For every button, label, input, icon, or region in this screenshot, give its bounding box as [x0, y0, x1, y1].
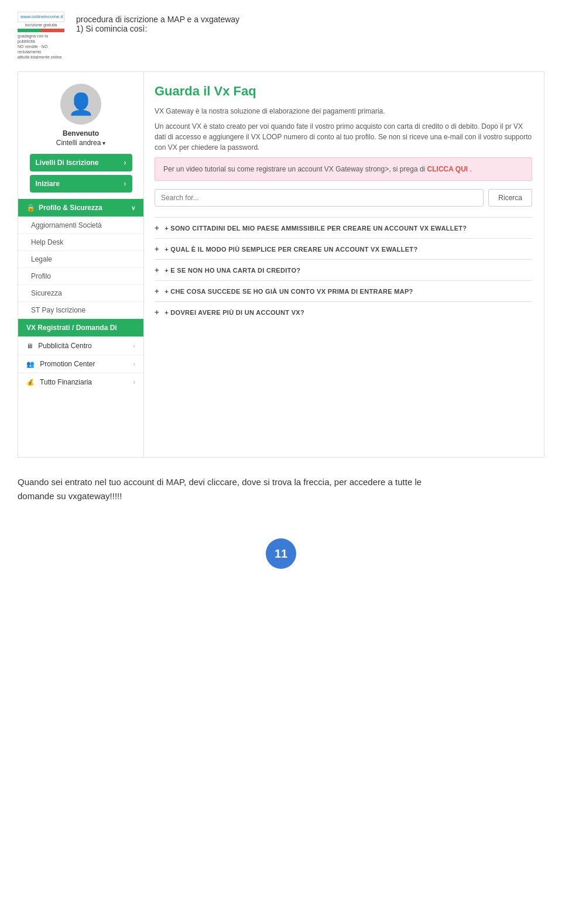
search-button[interactable]: Ricerca — [488, 189, 532, 207]
faq-item-5[interactable]: + + DOVREI AVERE PIÙ DI UN ACCOUNT VX? — [155, 301, 532, 322]
logo-stripe — [18, 29, 64, 32]
sidebar: 👤 Benvenuto Cintelli andrea Livelli Di I… — [18, 72, 144, 457]
search-input[interactable] — [155, 189, 484, 207]
sidebar-username[interactable]: Cintelli andrea — [56, 139, 106, 147]
sidebar-item-tutto-finanziaria[interactable]: 💰 Tutto Finanziaria ‹ — [18, 373, 143, 391]
faq-item-2[interactable]: + + QUAL È IL MODO PIÙ SEMPLICE PER CREA… — [155, 238, 532, 259]
avatar: 👤 — [60, 84, 101, 125]
sidebar-item-vx-registrati[interactable]: VX Registrati / Domanda Di — [18, 318, 143, 336]
content-para1: VX Gateway è la nostra soluzione di elab… — [155, 106, 532, 116]
header-subtitle: 1) Si comincia così: — [76, 24, 239, 33]
page-wrapper: www.onlineincome.it iscrizione gratuita … — [0, 0, 562, 924]
faq-question-2: + + QUAL È IL MODO PIÙ SEMPLICE PER CREA… — [155, 245, 532, 253]
header-title: procedura di iscrizione a MAP e a vxgate… — [76, 15, 239, 24]
sidebar-item-legale[interactable]: Legale — [18, 250, 143, 267]
faq-question-4: + + CHE COSA SUCCEDE SE HO GIÀ UN CONTO … — [155, 287, 532, 296]
levels-button[interactable]: Livelli Di Iscrizione › — [30, 154, 132, 171]
sidebar-item-sicurezza[interactable]: Sicurezza — [18, 284, 143, 301]
faq-item-3[interactable]: + + E SE NON HO UNA CARTA DI CREDITO? — [155, 259, 532, 280]
page-number: 11 — [266, 538, 296, 569]
sidebar-item-promotion[interactable]: 👥 Promotion Center ‹ — [18, 355, 143, 373]
sidebar-item-stpay[interactable]: ST Pay Iscrizione — [18, 301, 143, 318]
faq-item-1[interactable]: + + SONO CITTADINI DEL MIO PAESE AMMISSI… — [155, 217, 532, 238]
bottom-text: Quando sei entrato nel tuo account di MA… — [18, 475, 544, 503]
sidebar-welcome: Benvenuto — [63, 129, 99, 138]
main-content: Guarda il Vx Faq VX Gateway è la nostra … — [144, 72, 544, 457]
sidebar-nav: 🔒Profilo & Sicurezza ∨ Aggiornamenti Soc… — [18, 198, 143, 391]
logo-lines: guadagna con la pubblicità NO vendite · … — [18, 33, 64, 60]
sidebar-item-pubblicita[interactable]: 🖥 Pubblicità Centro ‹ — [18, 336, 143, 355]
search-row: Ricerca — [155, 189, 532, 207]
faq-question-1: + + SONO CITTADINI DEL MIO PAESE AMMISSI… — [155, 224, 532, 232]
avatar-icon: 👤 — [68, 92, 94, 116]
faq-question-3: + + E SE NON HO UNA CARTA DI CREDITO? — [155, 266, 532, 274]
clicca-qui-link[interactable]: CLICCA QUI — [427, 165, 468, 173]
logo-url: www.onlineincome.it — [18, 12, 64, 22]
screenshot-container: 👤 Benvenuto Cintelli andrea Livelli Di I… — [18, 71, 544, 458]
faq-item-4[interactable]: + + CHE COSA SUCCEDE SE HO GIÀ UN CONTO … — [155, 280, 532, 301]
sidebar-item-profilo-sicurezza[interactable]: 🔒Profilo & Sicurezza ∨ — [18, 198, 143, 217]
page-number-wrapper: 11 — [18, 538, 544, 569]
header-area: www.onlineincome.it iscrizione gratuita … — [18, 12, 544, 60]
content-title: Guarda il Vx Faq — [155, 84, 532, 99]
faq-question-5: + + DOVREI AVERE PIÙ DI UN ACCOUNT VX? — [155, 308, 532, 317]
sidebar-item-helpdesk[interactable]: Help Desk — [18, 233, 143, 250]
start-button[interactable]: Iniziare › — [30, 175, 132, 193]
sidebar-item-profilo[interactable]: Profilo — [18, 267, 143, 284]
pink-notice: Per un video tutorial su come registrare… — [155, 157, 532, 181]
header-text: procedura di iscrizione a MAP e a vxgate… — [76, 12, 239, 33]
content-para2: Un account VX è stato creato per voi qua… — [155, 121, 532, 153]
logo-block: www.onlineincome.it iscrizione gratuita … — [18, 12, 64, 60]
logo-tagline: iscrizione gratuita — [18, 22, 64, 28]
sidebar-item-aggiornamenti[interactable]: Aggiornamenti Società — [18, 217, 143, 233]
